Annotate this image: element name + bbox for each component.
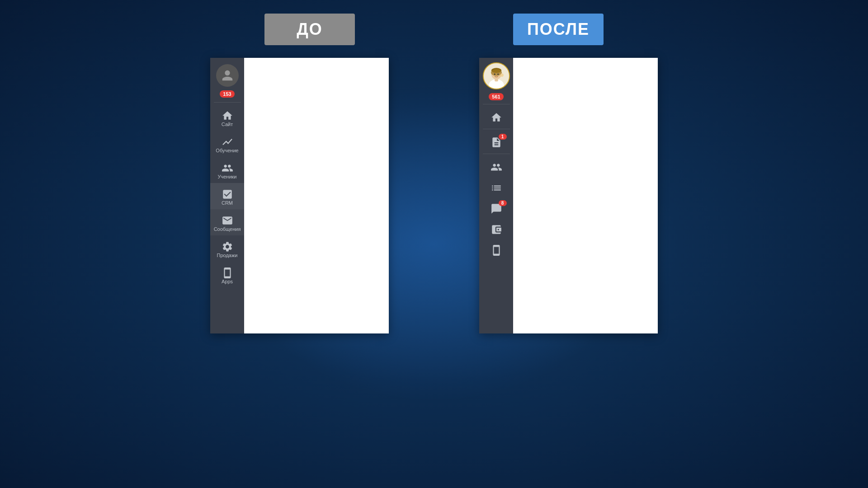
sidebar-item-sales[interactable]: Продажи bbox=[210, 235, 244, 262]
user-avatar-placeholder[interactable] bbox=[210, 58, 244, 89]
after-content bbox=[513, 58, 658, 333]
sidebar-item-users-after[interactable] bbox=[479, 156, 513, 177]
sidebar-item-wallet-after[interactable] bbox=[479, 218, 513, 239]
before-content bbox=[244, 58, 389, 333]
sidebar-item-list-after[interactable] bbox=[479, 177, 513, 197]
sidebar-item-site[interactable]: Сайт bbox=[210, 104, 244, 131]
before-sidebar: 153 Сайт Обучение bbox=[210, 58, 244, 333]
sidebar-item-apps[interactable]: Apps bbox=[210, 262, 244, 288]
sidebar-item-home-after[interactable] bbox=[479, 106, 513, 127]
after-sidebar: 561 1 bbox=[479, 58, 513, 333]
sidebar-item-students[interactable]: Ученики bbox=[210, 157, 244, 183]
after-panel: 561 1 bbox=[479, 58, 658, 333]
sidebar-item-document-after[interactable]: 1 bbox=[479, 131, 513, 152]
notification-badge-153: 153 bbox=[220, 89, 234, 98]
sidebar-item-training[interactable]: Обучение bbox=[210, 131, 244, 157]
sidebar-item-messages-after[interactable]: 8 bbox=[479, 197, 513, 218]
user-avatar-photo[interactable] bbox=[479, 58, 513, 92]
before-panel: 153 Сайт Обучение bbox=[210, 58, 389, 333]
after-label: ПОСЛЕ bbox=[513, 14, 604, 45]
sidebar-item-crm[interactable]: CRM bbox=[210, 183, 244, 209]
svg-point-8 bbox=[500, 73, 503, 76]
svg-point-7 bbox=[497, 74, 499, 75]
sidebar-item-mobile-after[interactable] bbox=[479, 239, 513, 260]
sidebar-item-messages[interactable]: Сообщения bbox=[210, 209, 244, 235]
svg-point-6 bbox=[494, 74, 495, 75]
before-label: ДО bbox=[264, 14, 355, 45]
notification-badge-561: 561 bbox=[489, 92, 503, 100]
